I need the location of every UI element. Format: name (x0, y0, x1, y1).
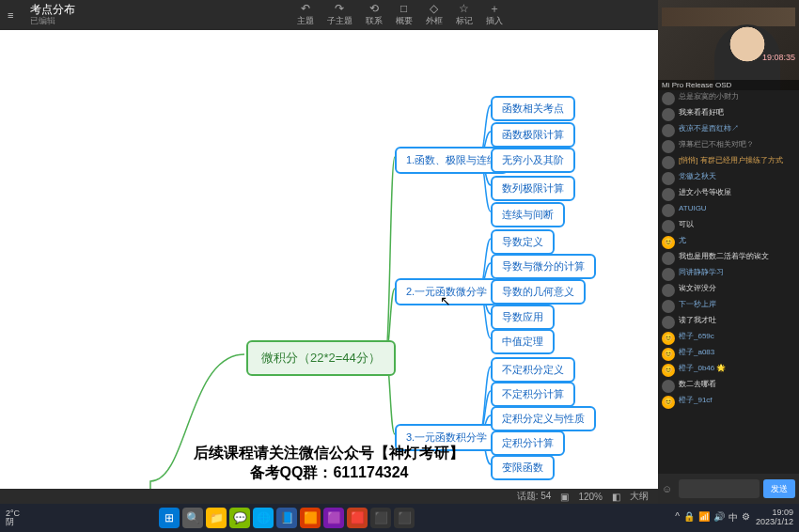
node-leaf-1-4[interactable]: 中值定理 (491, 329, 555, 354)
chat-avatar[interactable] (662, 124, 675, 137)
tray-icon-1[interactable]: 🔒 (683, 511, 695, 524)
chat-avatar[interactable] (662, 156, 675, 169)
node-leaf-2-2[interactable]: 定积分定义与性质 (491, 406, 596, 431)
chat-row: [悄悄] 有群已经用户操练了方式 (662, 156, 795, 169)
taskbar-app-6[interactable]: 🟧 (300, 508, 321, 528)
chat-row: 总是寂寞的小财力 (662, 92, 795, 105)
node-leaf-1-2[interactable]: 导数的几何意义 (491, 279, 586, 305)
chat-avatar[interactable] (662, 204, 675, 217)
clock-date: 2023/1/12 (756, 518, 793, 527)
tool-4[interactable]: ◇外框 (426, 3, 443, 27)
chat-avatar[interactable]: 😊 (662, 348, 675, 361)
canvas-area[interactable]: 微积分（22*2=44分） 1.函数、极限与连续 2.一元函数微分学 3.一元函… (0, 30, 658, 489)
node-leaf-2-0[interactable]: 不定积分定义 (491, 357, 575, 383)
taskbar-app-0[interactable]: ⊞ (159, 508, 180, 528)
chat-scroll[interactable]: 总是寂寞的小财力我来看看好吧夜凉不是西红柿↗弹幕栏已不相关对吧？[悄悄] 有群已… (658, 90, 799, 474)
chat-message: 我来看看好吧 (679, 108, 795, 117)
taskbar-app-4[interactable]: 🌐 (253, 508, 274, 528)
status-fit-icon[interactable]: ▣ (560, 492, 569, 502)
chat-avatar[interactable]: 😊 (662, 396, 675, 409)
tool-5[interactable]: ☆标记 (456, 3, 473, 27)
chat-row: 😊橙子_659c (662, 332, 795, 345)
taskbar-app-7[interactable]: 🟪 (323, 508, 344, 528)
chat-avatar[interactable] (662, 108, 675, 121)
mindmap-canvas[interactable]: 微积分（22*2=44分） 1.函数、极限与连续 2.一元函数微分学 3.一元函… (0, 30, 658, 489)
chat-avatar[interactable] (662, 172, 675, 185)
tool-0[interactable]: ↶主题 (297, 3, 314, 27)
tool-3[interactable]: □概要 (396, 3, 413, 27)
status-view[interactable]: 大纲 (630, 490, 649, 503)
status-zoom[interactable]: 120% (578, 492, 603, 502)
tray-icon-5[interactable]: ⚙ (742, 511, 750, 524)
hamburger-icon[interactable]: ≡ (8, 9, 23, 21)
chat-row: 数二去哪看 (662, 380, 795, 393)
presenter-video[interactable]: 19:08:35 Mi Pro Release OSD (658, 0, 799, 90)
chat-username: 橙子_91cf (679, 396, 795, 405)
chat-avatar[interactable] (662, 140, 675, 153)
status-topics[interactable]: 话题: 54 (517, 490, 552, 503)
node-root[interactable]: 微积分（22*2=44分） (246, 340, 396, 376)
node-leaf-0-1[interactable]: 函数极限计算 (491, 122, 575, 148)
node-leaf-2-4[interactable]: 变限函数 (491, 455, 555, 480)
node-leaf-1-3[interactable]: 导数应用 (491, 305, 555, 330)
chat-row: 弹幕栏已不相关对吧？ (662, 140, 795, 153)
chat-avatar[interactable] (662, 284, 675, 297)
tray-icon-2[interactable]: 📶 (698, 511, 710, 524)
chat-username: ATUIGU (679, 204, 795, 213)
status-view-icon[interactable]: ◧ (612, 492, 620, 502)
taskbar-weather[interactable]: 2°C 阴 (6, 509, 20, 526)
chat-avatar[interactable] (662, 268, 675, 281)
doc-title: 考点分布 (30, 4, 75, 16)
tray-icon-4[interactable]: 中 (728, 511, 738, 524)
node-leaf-1-1[interactable]: 导数与微分的计算 (491, 254, 596, 279)
tool-label: 主题 (297, 15, 314, 27)
chat-input[interactable] (679, 479, 760, 498)
tray-icons[interactable]: ^🔒📶🔊中⚙ (675, 511, 750, 524)
taskbar-app-3[interactable]: 💬 (229, 508, 250, 528)
tool-label: 联系 (366, 15, 383, 27)
taskbar-app-5[interactable]: 📘 (276, 508, 297, 528)
chat-avatar[interactable]: 😊 (662, 332, 675, 345)
chat-avatar[interactable] (662, 316, 675, 329)
chat-avatar[interactable]: 😊 (662, 364, 675, 377)
video-bg-shelf (662, 8, 795, 26)
chat-message: 我也是用数二活着学的诶文 (679, 252, 795, 261)
node-leaf-0-4[interactable]: 连续与间断 (491, 202, 565, 227)
tool-6[interactable]: ＋插入 (486, 3, 503, 27)
tray-icon-3[interactable]: 🔊 (713, 511, 725, 524)
taskbar-app-9[interactable]: ⬛ (370, 508, 391, 528)
tool-2[interactable]: ⟲联系 (366, 3, 383, 27)
send-button[interactable]: 发送 (763, 479, 795, 498)
tool-icon: ＋ (489, 3, 500, 14)
node-branch-2[interactable]: 2.一元函数微分学 (395, 278, 498, 305)
node-leaf-0-0[interactable]: 函数相关考点 (491, 96, 575, 121)
chat-avatar[interactable] (662, 220, 675, 233)
chat-avatar[interactable] (662, 92, 675, 105)
node-leaf-0-3[interactable]: 数列极限计算 (491, 176, 575, 201)
chat-message: 诶文评没分 (679, 284, 795, 293)
emoji-picker-icon[interactable]: ☺ (662, 483, 675, 494)
chat-avatar[interactable] (662, 188, 675, 201)
tool-1[interactable]: ↷子主题 (327, 3, 352, 27)
node-leaf-1-0[interactable]: 导数定义 (491, 229, 555, 255)
taskbar-clock[interactable]: 19:09 2023/1/12 (756, 509, 793, 527)
tray-icon-0[interactable]: ^ (675, 511, 680, 524)
node-leaf-0-2[interactable]: 无穷小及其阶 (491, 148, 575, 173)
chat-username: 橙子_659c (679, 332, 795, 341)
tool-icon: ☆ (459, 3, 469, 14)
tool-icon: ↷ (335, 3, 344, 14)
taskbar-app-8[interactable]: 🟥 (347, 508, 368, 528)
taskbar-app-1[interactable]: 🔍 (182, 508, 203, 528)
taskbar-app-10[interactable]: ⬛ (394, 508, 415, 528)
tool-icon: ◇ (430, 3, 438, 14)
chat-input-bar: ☺ 发送 (658, 474, 799, 504)
node-leaf-2-3[interactable]: 定积分计算 (491, 430, 565, 456)
chat-avatar[interactable] (662, 380, 675, 393)
promo-line1: 后续课程请关注微信公众号【神灯考研】 (194, 444, 464, 463)
node-leaf-2-1[interactable]: 不定积分计算 (491, 382, 575, 407)
chat-avatar[interactable] (662, 252, 675, 265)
tool-label: 概要 (396, 15, 413, 27)
chat-avatar[interactable] (662, 300, 675, 313)
chat-avatar[interactable]: 😊 (662, 236, 675, 249)
taskbar-app-2[interactable]: 📁 (206, 508, 227, 528)
